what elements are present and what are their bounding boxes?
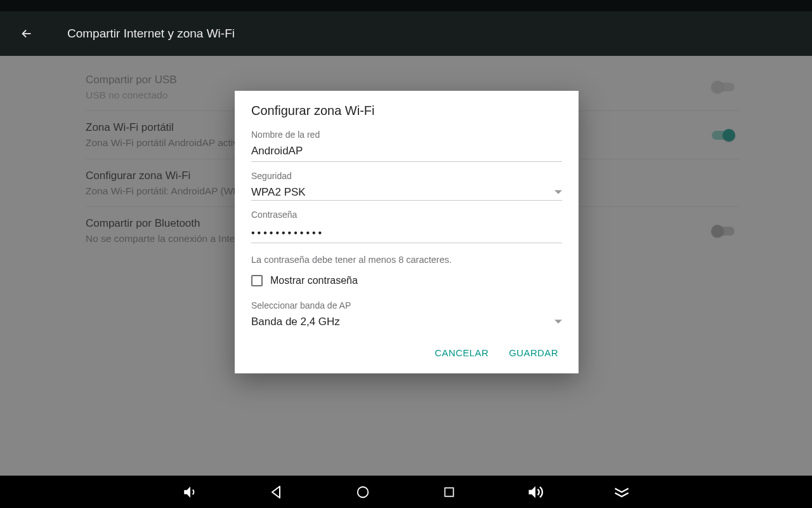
back-nav-icon[interactable] [267, 483, 286, 502]
status-bar [0, 0, 812, 11]
security-label: Seguridad [251, 171, 562, 181]
svg-rect-2 [445, 488, 453, 496]
svg-point-1 [358, 486, 369, 497]
password-label: Contraseña [251, 210, 562, 220]
show-password-checkbox[interactable] [251, 275, 263, 286]
network-name-label: Nombre de la red [251, 130, 562, 140]
network-name-input[interactable] [251, 142, 562, 162]
arrow-back-icon [20, 27, 34, 41]
recent-apps-nav-icon[interactable] [440, 483, 459, 502]
security-value: WPA2 PSK [251, 186, 554, 199]
back-button[interactable] [14, 21, 39, 46]
navigation-bar [0, 476, 812, 508]
volume-up-icon[interactable] [526, 483, 545, 502]
security-select[interactable]: WPA2 PSK [251, 184, 562, 201]
password-helper: La contraseña debe tener al menos 8 cara… [251, 255, 562, 265]
volume-down-icon[interactable] [181, 483, 200, 502]
band-select[interactable]: Banda de 2,4 GHz [251, 313, 562, 330]
password-input[interactable]: •••••••••••• [251, 222, 562, 243]
home-nav-icon[interactable] [353, 483, 372, 502]
dialog-title: Configurar zona Wi-Fi [251, 104, 562, 118]
svg-marker-3 [529, 486, 536, 498]
expand-nav-icon[interactable] [612, 483, 631, 502]
show-password-row[interactable]: Mostrar contraseña [251, 275, 562, 286]
show-password-label: Mostrar contraseña [270, 275, 358, 286]
band-value: Banda de 2,4 GHz [251, 316, 554, 328]
svg-marker-0 [184, 486, 190, 497]
page-title: Compartir Internet y zona Wi-Fi [67, 27, 235, 41]
configure-hotspot-dialog: Configurar zona Wi-Fi Nombre de la red S… [235, 91, 579, 373]
dropdown-icon [554, 318, 562, 326]
save-button[interactable]: GUARDAR [508, 342, 560, 363]
cancel-button[interactable]: CANCELAR [433, 342, 490, 363]
band-label: Seleccionar banda de AP [251, 300, 562, 311]
app-bar: Compartir Internet y zona Wi-Fi [0, 11, 812, 56]
dropdown-icon [554, 189, 562, 196]
